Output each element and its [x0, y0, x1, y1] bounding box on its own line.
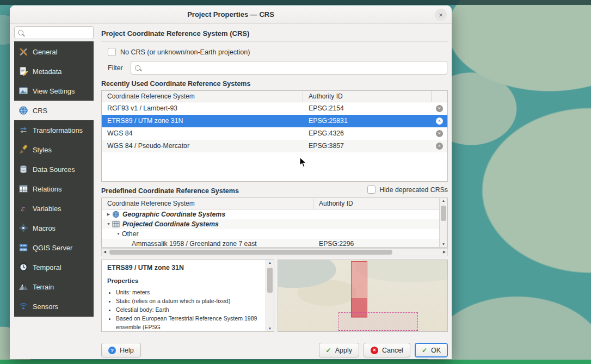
crs-extent-preview — [278, 260, 448, 332]
tree-row-ammassalik-1958-greenland-zone-7-east[interactable]: Ammassalik 1958 / Greenland zone 7 eastE… — [102, 239, 439, 247]
hide-deprecated-checkbox[interactable] — [367, 186, 375, 194]
scrollbar-thumb[interactable] — [441, 206, 446, 221]
collapse-expander-icon[interactable]: ▼ — [115, 229, 122, 239]
tree-row-other[interactable]: ▼Other — [102, 229, 439, 239]
sidebar-item-data-sources[interactable]: Data Sources — [14, 159, 94, 179]
heading-divider — [101, 41, 448, 42]
sidebar-item-relations[interactable]: Relations — [14, 179, 94, 199]
screen: Project Properties — CRS × GeneralMetada… — [0, 0, 591, 364]
apply-check-icon: ✓ — [326, 347, 331, 354]
column-header-authority[interactable]: Authority ID — [303, 91, 432, 102]
sidebar-item-transformations[interactable]: Transformations — [14, 120, 94, 140]
properties-list: Units: metersStatic (relies on a datum w… — [116, 288, 262, 331]
dialog-titlebar[interactable]: Project Properties — CRS × — [10, 5, 452, 24]
expand-expander-icon[interactable]: ▶ — [105, 209, 112, 219]
sidebar-item-terrain[interactable]: Terrain — [14, 277, 94, 297]
sidebar-item-label: QGIS Server — [33, 244, 72, 252]
remove-crs-icon[interactable]: × — [436, 105, 443, 112]
dialog-footer: ? Help ✓ Apply ✕ Cancel ✓ OK — [101, 343, 448, 357]
remove-crs-icon[interactable]: × — [436, 143, 443, 150]
scroll-down-icon[interactable]: ▼ — [442, 243, 445, 246]
sidebar-search-input[interactable] — [26, 29, 90, 36]
scrollbar-thumb[interactable] — [267, 268, 273, 293]
sidebar-item-macros[interactable]: Macros — [14, 218, 94, 238]
column-header-crs[interactable]: Coordinate Reference System — [102, 91, 303, 102]
recent-crs-row[interactable]: WGS 84EPSG:4326× — [102, 127, 447, 140]
cancel-button[interactable]: ✕ Cancel — [364, 343, 410, 357]
details-bullet: Based on European Terrestrial Reference … — [116, 314, 262, 331]
sidebar-item-qgis-server[interactable]: QGIS Server — [14, 238, 94, 257]
recent-crs-row[interactable]: RGF93 v1 / Lambert-93EPSG:2154× — [102, 102, 447, 115]
help-button[interactable]: ? Help — [101, 343, 141, 357]
collapse-expander-icon[interactable]: ▼ — [105, 219, 112, 229]
sidebar-item-general[interactable]: General — [14, 42, 94, 61]
sidebar-item-label: CRS — [33, 107, 47, 115]
close-icon: × — [439, 11, 443, 19]
scroll-right-icon[interactable]: ▶ — [443, 250, 446, 254]
view-settings-icon — [19, 86, 28, 96]
sidebar-item-label: Temporal — [33, 263, 61, 272]
sidebar-item-sensors[interactable]: Sensors — [14, 297, 94, 316]
apply-button[interactable]: ✓ Apply — [319, 343, 359, 357]
server-icon — [19, 243, 28, 252]
help-label: Help — [120, 347, 134, 354]
sidebar-search[interactable] — [14, 26, 94, 39]
filter-label: Filter — [108, 64, 123, 72]
hide-deprecated-row: Hide deprecated CRSs — [367, 186, 448, 194]
sidebar-item-label: Terrain — [33, 283, 54, 291]
scroll-left-icon[interactable]: ◀ — [103, 250, 106, 254]
tree-node-label: Geographic Coordinate Systems — [122, 209, 225, 219]
search-icon — [18, 30, 23, 35]
details-bullet: Static (relies on a datum which is plate… — [116, 297, 262, 306]
scroll-up-icon[interactable]: ▲ — [442, 199, 445, 203]
recent-table-header: Coordinate Reference System Authority ID — [102, 91, 447, 102]
sidebar-item-label: Data Sources — [33, 165, 75, 174]
tree-row-geographic-coordinate-systems[interactable]: ▶Geographic Coordinate Systems — [102, 209, 439, 219]
sidebar-item-label: Variables — [33, 205, 61, 213]
scroll-down-icon[interactable]: ▼ — [268, 327, 272, 331]
scrollbar-thumb[interactable] — [109, 250, 392, 255]
crs-authority-cell: EPSG:2154 — [303, 102, 432, 115]
sidebar-item-label: Transformations — [33, 126, 83, 134]
terrain-icon — [19, 282, 28, 292]
filter-input[interactable] — [144, 64, 443, 72]
cancel-label: Cancel — [382, 347, 403, 354]
filter-field[interactable] — [131, 61, 447, 75]
sidebar-item-view-settings[interactable]: View Settings — [14, 81, 94, 101]
sidebar-item-styles[interactable]: Styles — [14, 140, 94, 159]
predefined-vertical-scrollbar[interactable]: ▲ ▼ — [439, 198, 447, 247]
ok-button[interactable]: ✓ OK — [415, 343, 448, 357]
sidebar-item-temporal[interactable]: Temporal — [14, 257, 94, 277]
crs-authority-cell: EPSG:4326 — [303, 127, 432, 140]
remove-crs-icon[interactable]: × — [436, 118, 443, 125]
no-crs-checkbox[interactable] — [108, 48, 116, 56]
remove-crs-icon[interactable]: × — [436, 130, 443, 137]
metadata-icon — [19, 66, 28, 76]
remove-cell: × — [432, 127, 447, 140]
crs-name-cell: RGF93 v1 / Lambert-93 — [102, 102, 303, 115]
wrench-icon — [19, 47, 28, 57]
sidebar-item-label: Macros — [33, 224, 56, 232]
recent-crs-row[interactable]: ETRS89 / UTM zone 31NEPSG:25831× — [102, 115, 447, 127]
sidebar-item-variables[interactable]: εVariables — [14, 199, 94, 218]
predefined-horizontal-scrollbar[interactable]: ◀ ▶ — [101, 248, 448, 256]
column-header-authority[interactable]: Authority ID — [313, 198, 439, 209]
sidebar-item-label: General — [33, 48, 58, 56]
ok-label: OK — [431, 347, 441, 354]
details-vertical-scrollbar[interactable]: ▲ ▼ — [266, 260, 274, 331]
crs-details-panel: ETRS89 / UTM zone 31N Properties Units: … — [101, 260, 274, 332]
details-bullet: Units: meters — [116, 288, 262, 297]
close-button[interactable]: × — [435, 9, 447, 21]
scroll-up-icon[interactable]: ▲ — [268, 261, 272, 265]
cancel-icon: ✕ — [371, 347, 378, 354]
sidebar-item-label: View Settings — [33, 87, 75, 95]
recent-crs-row[interactable]: WGS 84 / Pseudo-MercatorEPSG:3857× — [102, 140, 447, 152]
project-properties-dialog: Project Properties — CRS × GeneralMetada… — [10, 5, 452, 359]
sidebar-item-metadata[interactable]: Metadata — [14, 61, 94, 81]
column-header-remove — [432, 91, 447, 102]
tree-node-authority: EPSG:2296 — [313, 239, 359, 247]
extent-dashed-rect — [338, 312, 418, 331]
tree-row-projected-coordinate-systems[interactable]: ▼Projected Coordinate Systems — [102, 219, 439, 229]
column-header-crs[interactable]: Coordinate Reference System — [102, 198, 313, 209]
sidebar-item-crs[interactable]: CRS — [14, 101, 94, 120]
